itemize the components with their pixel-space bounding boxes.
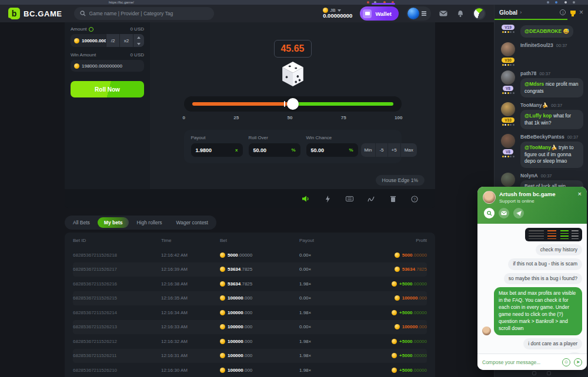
balance-display[interactable]: JB 0.00000000 xyxy=(323,8,352,19)
coin-icon xyxy=(74,63,79,69)
chance-button--5[interactable]: -5 xyxy=(375,143,387,157)
chat-username[interactable]: InfiniteSoul23 xyxy=(520,42,553,48)
close-icon[interactable]: × xyxy=(578,191,582,204)
bet-profit: +5000.00000 xyxy=(361,339,427,344)
chat-room-title[interactable]: Global xyxy=(499,9,517,16)
roll-over-input[interactable]: 50.00% xyxy=(249,143,300,157)
chat-username[interactable]: BeBeBeckyPantss xyxy=(520,134,564,140)
bet-id: 68285367211526218 xyxy=(73,253,161,258)
avatar[interactable] xyxy=(501,134,515,148)
mail-icon[interactable] xyxy=(499,208,509,218)
tab-all-bets[interactable]: All Bets xyxy=(66,217,96,228)
help-icon[interactable]: ? xyxy=(410,195,419,203)
slider-tick-label: 50 xyxy=(288,115,293,120)
table-row[interactable]: 68285367211526214 12:16:34 AM 100000.000… xyxy=(73,305,427,320)
bet-profit: +5000.00000 xyxy=(361,353,427,358)
telegram-icon[interactable] xyxy=(513,208,524,218)
mail-icon[interactable] xyxy=(439,9,448,18)
col-time: Time xyxy=(161,238,220,243)
amount-stepper[interactable] xyxy=(133,34,144,47)
bet-payout: 1.98× xyxy=(299,353,361,358)
table-row[interactable]: 68285367211526216 12:16:38 AM 53634.7825… xyxy=(73,277,427,291)
logo[interactable]: b BC.GAME xyxy=(8,8,62,19)
user-menu[interactable] xyxy=(406,6,431,21)
wallet-button[interactable]: Wallet xyxy=(360,6,399,21)
bell-icon[interactable] xyxy=(456,9,465,18)
chat-username[interactable]: NolynA xyxy=(520,173,538,179)
avatar[interactable] xyxy=(501,102,515,116)
info-icon[interactable]: i xyxy=(559,9,567,16)
tab-high-rollers[interactable]: High rollers xyxy=(130,217,168,228)
avatar[interactable] xyxy=(501,42,515,56)
table-row[interactable]: 68285367211526211 12:16:31 AM 100000.000… xyxy=(73,349,427,363)
coin-icon xyxy=(220,324,225,329)
table-row[interactable]: 68285367211526217 12:16:39 AM 53634.7825… xyxy=(73,262,427,277)
search-icon[interactable] xyxy=(484,208,495,218)
coin-icon xyxy=(220,368,225,373)
avatar[interactable] xyxy=(501,173,515,187)
table-row[interactable]: 68285367211526218 12:16:42 AM 5000.00000… xyxy=(73,248,427,262)
support-chat-window: Artush from bc.game Support is online × … xyxy=(477,187,587,370)
win-amount-field[interactable]: 198000.000000000 xyxy=(71,60,144,72)
chance-button-max[interactable]: Max xyxy=(400,143,417,157)
chat-bubble[interactable]: @Luffy kop what for that 1k win? xyxy=(520,110,583,129)
chance-button-+5[interactable]: +5 xyxy=(387,143,400,157)
coin-icon xyxy=(392,310,397,315)
chat-bubble[interactable]: @TooMany🍌 tryin to figure out if im gonn… xyxy=(520,142,583,167)
roll-slider[interactable] xyxy=(184,96,402,112)
mention-link[interactable]: @TooMany🍌 xyxy=(524,144,557,150)
level-badge: V8 xyxy=(503,86,513,91)
mention-link[interactable]: @Mdsrs xyxy=(524,81,544,87)
game-toolbar: ? xyxy=(65,189,435,208)
half-bet-button[interactable]: /2 xyxy=(106,34,119,47)
double-bet-button[interactable]: x2 xyxy=(119,34,133,47)
chat-username[interactable]: path78 xyxy=(520,70,536,76)
promo-spin-icon[interactable] xyxy=(473,7,486,20)
compose-input[interactable] xyxy=(482,359,559,365)
coin-icon xyxy=(220,339,225,344)
browser-chrome: https://bc.game/ xyxy=(0,0,588,5)
medal-dots xyxy=(502,124,514,126)
bet-amount: 5000.00000 xyxy=(220,253,299,258)
bet-payout: 1.98× xyxy=(299,310,361,315)
mention-link[interactable]: @DEADBROKE xyxy=(524,28,562,34)
support-messages: check my historyif this not a bug - this… xyxy=(477,224,587,354)
hotkeys-icon[interactable] xyxy=(345,195,353,203)
lightning-icon[interactable] xyxy=(323,195,332,203)
search-bar[interactable] xyxy=(74,7,214,20)
balance-amount: 0.00000000 xyxy=(323,13,352,19)
avatar[interactable] xyxy=(501,70,515,85)
bet-profit: 5000.00000 xyxy=(361,253,427,258)
table-row[interactable]: 68285367211526215 12:16:35 AM 100000.000… xyxy=(73,291,427,306)
chance-button-min[interactable]: Min xyxy=(361,143,376,157)
mention-link[interactable]: @Luffy kop xyxy=(524,113,552,119)
tab-wager-contest[interactable]: Wager contest xyxy=(169,217,215,228)
win-chance-input[interactable]: 50.00% xyxy=(306,143,358,157)
roll-now-button[interactable]: Roll Now xyxy=(71,81,144,97)
tab-my-bets[interactable]: My bets xyxy=(98,217,129,228)
level-badge: V19 xyxy=(502,25,514,30)
table-row[interactable]: 68285367211526212 12:16:32 AM 100000.000… xyxy=(73,334,427,349)
payout-input[interactable]: 1.9800x xyxy=(191,143,243,157)
trash-icon[interactable] xyxy=(389,195,397,203)
coin-icon xyxy=(392,339,397,344)
medal-dots xyxy=(502,156,514,157)
chat-username[interactable]: TooMany🍌 xyxy=(520,102,548,108)
slider-knob[interactable] xyxy=(287,98,299,110)
support-image-attachment[interactable] xyxy=(525,228,582,241)
bets-table-header: Bet ID Time Bet Payout Profit xyxy=(73,233,427,248)
volume-icon[interactable] xyxy=(302,195,310,203)
chat-bubble[interactable]: @DEADBROKE 😅 xyxy=(520,25,573,38)
trophy-icon[interactable] xyxy=(569,9,577,16)
table-row[interactable]: 68285367211526213 12:16:33 AM 100000.000… xyxy=(73,320,427,335)
close-icon[interactable]: × xyxy=(579,9,583,16)
send-icon[interactable]: ➤ xyxy=(574,358,582,366)
coin-icon xyxy=(220,281,225,287)
amount-input[interactable]: 100000.00000000 xyxy=(71,34,106,47)
chevron-right-icon[interactable]: › xyxy=(520,9,522,15)
emoji-icon[interactable]: ☺ xyxy=(562,358,570,366)
table-row[interactable]: 68285367211526210 12:16:30 AM 100000.000… xyxy=(73,363,427,377)
search-input[interactable] xyxy=(89,11,208,16)
stats-icon[interactable] xyxy=(367,195,375,203)
chat-bubble[interactable]: @Mdsrs nice profit man congrats xyxy=(520,78,583,97)
